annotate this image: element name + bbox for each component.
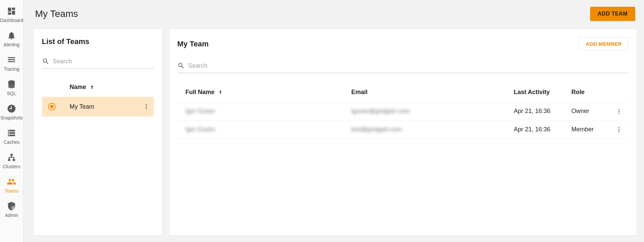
svg-point-13 [9,135,9,136]
member-full-name: Igor Gusev [186,108,351,115]
sidebar-item-label: Dashboard [0,18,23,23]
sidebar-item-admin[interactable]: Admin [0,198,23,222]
member-email: igusev@gridgain.com [351,108,514,115]
sidebar-item-sql[interactable]: SQL [0,76,23,100]
tracing-icon [6,55,17,65]
main-content: My Teams ADD TEAM List of Teams Name [24,0,644,242]
sidebar-item-clusters[interactable]: Clusters [0,149,23,173]
svg-rect-2 [12,11,15,15]
teams-list-panel: List of Teams Name My Team [34,29,162,235]
member-email: test@gridgain.com [351,126,514,133]
sidebar-item-tracing[interactable]: Tracing [0,51,23,76]
clusters-icon [6,152,17,162]
svg-point-18 [13,206,14,207]
teams-list-title: List of Teams [42,37,89,46]
member-last-activity: Apr 21, 16:36 [514,126,572,133]
column-name-label: Name [70,84,86,91]
sidebar-item-snapshots[interactable]: Snapshots [0,100,23,125]
sidebar-item-teams[interactable]: Teams [0,173,23,198]
members-table: Full Name Email Last Activity Role Igor … [177,80,628,139]
teams-search[interactable] [42,56,154,69]
svg-rect-16 [13,159,15,161]
svg-point-11 [9,130,9,131]
sidebar-item-caches[interactable]: Caches [0,125,23,149]
sidebar-item-alerting[interactable]: Alerting [0,27,23,51]
more-vert-icon[interactable] [616,108,622,115]
search-icon [42,58,49,65]
page-header: My Teams ADD TEAM [34,7,637,21]
members-table-header: Full Name Email Last Activity Role [177,80,628,102]
members-search-input[interactable] [188,62,628,69]
column-full-name[interactable]: Full Name [186,89,351,96]
table-row[interactable]: Igor Gusev igusev@gridgain.com Apr 21, 1… [177,102,628,120]
more-vert-icon[interactable] [143,103,150,110]
team-icon [6,177,17,187]
sidebar-item-label: Clusters [3,164,20,169]
svg-point-19 [146,104,147,105]
svg-rect-3 [8,13,11,15]
radio-selected-icon[interactable] [48,103,56,110]
column-email[interactable]: Email [351,89,514,96]
member-last-activity: Apr 21, 16:36 [514,108,572,115]
team-members-panel: My Team ADD MEMBER Full Name [169,29,637,235]
bell-icon [6,30,17,41]
svg-point-21 [146,108,147,109]
add-member-button[interactable]: ADD MEMBER [579,37,628,50]
svg-rect-5 [8,59,15,60]
clock-icon [6,104,17,114]
table-row[interactable]: Igor Gusev test@gridgain.com Apr 21, 16:… [177,120,628,139]
team-members-title: My Team [177,40,209,48]
storage-icon [6,128,17,138]
svg-point-26 [618,129,619,130]
column-role[interactable]: Role [572,89,612,96]
svg-rect-14 [10,154,13,156]
sidebar-item-label: Snapshots [0,115,23,120]
teams-search-input[interactable] [53,58,154,65]
member-role: Member [572,126,612,133]
sidebar-item-label: Tracing [4,66,19,72]
dashboard-icon [6,6,17,16]
sidebar-item-label: Caches [4,139,20,145]
sidebar-item-label: Teams [5,188,19,194]
sort-arrow-up-icon [89,84,95,90]
svg-point-23 [618,111,619,112]
svg-rect-1 [12,8,15,10]
sidebar-item-label: Admin [5,213,18,218]
admin-shield-icon [6,201,17,211]
sidebar-item-dashboard[interactable]: Dashboard [0,3,23,27]
search-icon [177,62,185,69]
page-title: My Teams [35,8,78,19]
members-search[interactable] [177,60,628,73]
add-team-button[interactable]: ADD TEAM [590,7,635,21]
team-row[interactable]: My Team [42,97,154,116]
member-full-name: Igor Gusev [186,126,351,133]
team-name-label: My Team [70,103,143,110]
svg-point-22 [618,109,619,110]
sidebar-item-label: SQL [7,91,16,96]
database-icon [6,79,17,89]
sort-arrow-up-icon [217,89,223,95]
column-last-activity[interactable]: Last Activity [514,89,572,96]
svg-point-27 [618,131,619,132]
svg-point-12 [9,133,9,133]
svg-point-24 [618,113,619,114]
sidebar-item-label: Alerting [4,42,20,47]
svg-rect-6 [8,61,15,62]
member-role: Owner [572,108,612,115]
svg-point-20 [146,106,147,107]
svg-rect-0 [8,8,11,12]
svg-point-25 [618,127,619,128]
sidebar: Dashboard Alerting Tracing SQL Snapshots [0,0,24,242]
more-vert-icon[interactable] [616,126,622,133]
svg-rect-4 [8,57,15,58]
teams-list-column-name[interactable]: Name [42,75,154,97]
svg-rect-15 [8,159,10,161]
